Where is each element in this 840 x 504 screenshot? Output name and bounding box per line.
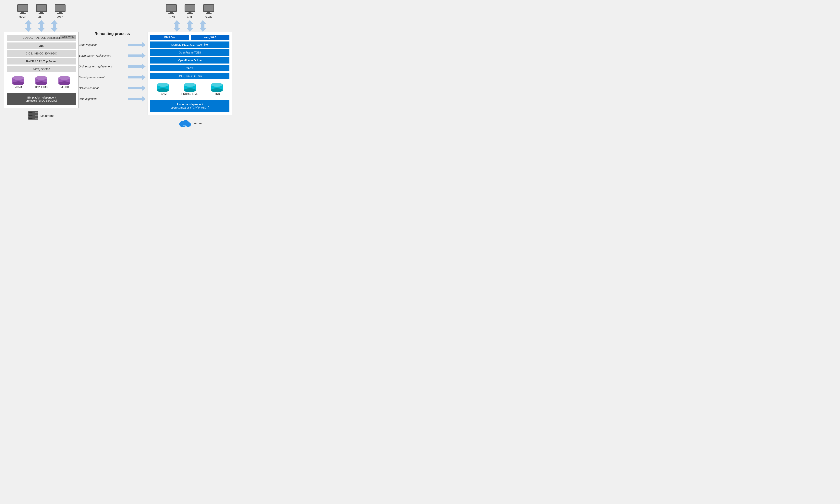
right-db-rdbms-label: RDBMS, IDMS <box>181 92 198 95</box>
process-label-os: OS replacement <box>79 87 128 90</box>
azure-label: Azure <box>194 122 202 125</box>
process-label-security: Security replacement <box>79 76 128 79</box>
mainframe-label: Mainframe <box>40 114 54 118</box>
left-terminal-3270: 3270 <box>16 4 29 19</box>
process-arrow-batch <box>128 53 146 58</box>
svg-point-69 <box>157 83 169 87</box>
process-row-code: Code migration <box>79 39 146 50</box>
process-arrow-code <box>128 42 146 48</box>
svg-rect-39 <box>29 118 33 119</box>
main-container: 3270 4GL Web <box>4 4 276 128</box>
right-monitor-icon-3270 <box>165 4 178 15</box>
svg-marker-17 <box>51 24 58 32</box>
imsdb-cylinder-icon <box>57 76 71 85</box>
svg-rect-54 <box>189 12 191 13</box>
process-row-batch: Batch system replacement <box>79 50 146 61</box>
mainframe-icon <box>28 111 38 120</box>
svg-marker-44 <box>128 64 146 69</box>
process-arrow-data <box>128 96 146 102</box>
right-row-unix: UNIX, Linux, zLinux <box>150 73 229 79</box>
azure-cloud-icon <box>178 118 192 128</box>
svg-rect-58 <box>207 12 210 13</box>
right-arrow-3 <box>199 20 206 32</box>
process-row-security: Security replacement <box>79 72 146 83</box>
process-arrow-security <box>128 74 146 80</box>
rehosting-title: Rehosting process <box>94 32 130 36</box>
platform-text: Platform-independent open standards (TCP… <box>171 103 209 109</box>
svg-point-40 <box>35 118 36 119</box>
left-box: Web, WAS COBOL, PL/1, JCL, Assembler JES… <box>4 32 79 108</box>
left-section: 3270 4GL Web <box>4 4 79 120</box>
rdbms-cylinder-icon <box>183 83 197 92</box>
svg-rect-3 <box>20 13 25 14</box>
svg-rect-2 <box>21 12 24 13</box>
platform-box: Platform-independent open standards (TCP… <box>150 100 229 112</box>
svg-marker-46 <box>128 85 146 91</box>
right-monitor-icon-4gl <box>183 4 196 15</box>
azure-bottom: Azure <box>178 118 202 128</box>
ibm-platform-text: IBM platform-dependent protocols (SNA, E… <box>25 96 57 102</box>
svg-rect-31 <box>29 112 33 113</box>
monitor-icon-3270 <box>16 4 29 15</box>
svg-point-32 <box>35 112 36 113</box>
svg-marker-63 <box>186 24 193 32</box>
vsam-cylinder-icon <box>12 76 25 85</box>
monitor-icon-4gl <box>35 4 48 15</box>
left-db-row: VSAM Db2, IDMS <box>7 74 76 90</box>
right-row-cobol: COBOL, PL/1, JCL, Assembler <box>150 41 229 48</box>
svg-rect-11 <box>57 13 63 14</box>
svg-marker-65 <box>199 24 206 32</box>
left-terminal-web: Web <box>54 4 67 19</box>
process-rows: Code migration Batch system replacement … <box>79 39 146 104</box>
left-terminal-row: 3270 4GL Web <box>16 4 67 19</box>
left-row-cics: CICS, IMS-DC, IDMS-DC <box>7 50 76 57</box>
right-web-was-tag: Web, WAS <box>191 35 229 40</box>
left-row-jes: JES <box>7 42 76 49</box>
svg-rect-35 <box>29 115 33 116</box>
svg-point-25 <box>35 76 47 80</box>
db2-cylinder-icon <box>34 76 48 85</box>
process-label-batch: Batch system replacement <box>79 54 128 57</box>
ibm-platform-box: IBM platform-dependent protocols (SNA, E… <box>7 93 76 105</box>
right-label-3270: 3270 <box>168 16 175 19</box>
right-db-hidb: HiDB <box>210 83 224 95</box>
svg-point-41 <box>36 118 38 119</box>
left-label-web: Web <box>57 16 63 19</box>
svg-rect-49 <box>167 5 176 11</box>
mainframe-bottom: Mainframe <box>28 111 54 120</box>
right-monitor-icon-web <box>202 4 215 15</box>
right-arrow-2 <box>186 20 193 32</box>
left-db-vsam: VSAM <box>12 76 25 89</box>
svg-marker-42 <box>128 42 146 48</box>
svg-marker-61 <box>173 24 180 32</box>
svg-rect-50 <box>170 12 173 13</box>
svg-rect-9 <box>55 5 65 11</box>
right-arrows <box>173 20 206 32</box>
left-db-db2: Db2, IDMS <box>34 76 48 89</box>
left-label-4gl: 4GL <box>38 16 44 19</box>
right-db-hidb-label: HiDB <box>214 92 220 95</box>
svg-rect-10 <box>59 12 62 13</box>
process-label-online: Online system replacement <box>79 65 128 68</box>
svg-marker-15 <box>38 24 45 32</box>
svg-rect-59 <box>206 13 211 14</box>
right-arrow-1 <box>173 20 180 32</box>
process-row-online: Online system replacement <box>79 61 146 72</box>
right-terminal-3270: 3270 <box>165 4 178 19</box>
process-label-data: Data migration <box>79 97 128 101</box>
right-terminal-web: Web <box>202 4 215 19</box>
right-section: 3270 4GL Web <box>147 4 232 128</box>
right-db-row: TSAM RDBMS, IDMS <box>150 81 229 97</box>
right-terminal-4gl: 4GL <box>183 4 196 19</box>
left-arrow-1 <box>25 20 32 32</box>
right-db-rdbms: RDBMS, IDMS <box>181 83 198 95</box>
left-arrow-2 <box>38 20 45 32</box>
tsam-cylinder-icon <box>156 83 170 92</box>
svg-point-73 <box>184 83 196 87</box>
left-terminal-4gl: 4GL <box>35 4 48 19</box>
svg-marker-43 <box>128 53 146 58</box>
left-arrow-3 <box>51 20 58 32</box>
process-label-code: Code migration <box>79 43 128 47</box>
svg-marker-47 <box>128 96 146 102</box>
right-label-4gl: 4GL <box>187 16 193 19</box>
